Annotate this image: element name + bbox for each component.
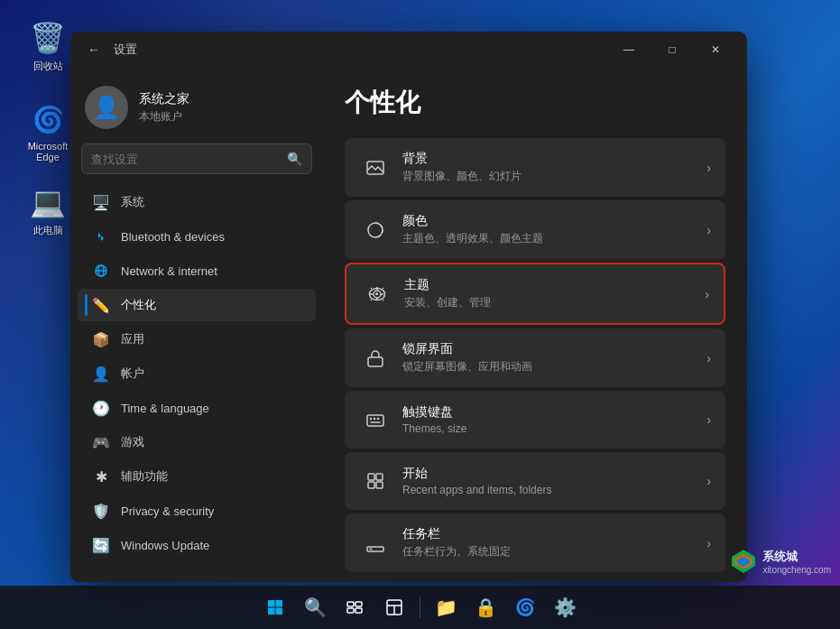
background-text: 背景 背景图像、颜色、幻灯片 xyxy=(402,151,706,184)
sidebar-item-time-label: Time & language xyxy=(121,402,209,415)
lockscreen-sub: 锁定屏幕图像、应用和动画 xyxy=(402,359,706,375)
svg-rect-25 xyxy=(347,602,354,606)
taskbar: 🔍 📁 🔒 🌀 ⚙️ xyxy=(0,586,840,629)
svg-rect-13 xyxy=(376,474,383,480)
sidebar-item-bluetooth-label: Bluetooth & devices xyxy=(121,230,225,244)
settings-body: 👤 系统之家 本地账户 🔍 🖥️ 系统 xyxy=(70,68,747,582)
sidebar-item-gaming-label: 游戏 xyxy=(121,434,144,450)
accessibility-icon: ✱ xyxy=(92,467,110,486)
settings-item-taskbar[interactable]: 任务栏 任务栏行为、系统固定 › xyxy=(345,513,725,572)
sidebar-item-system[interactable]: 🖥️ 系统 xyxy=(78,186,316,218)
search-input[interactable] xyxy=(91,153,287,166)
sidebar-item-system-label: 系统 xyxy=(121,194,144,210)
sidebar-item-network[interactable]: Network & internet xyxy=(78,254,316,287)
window-controls: — □ ✕ xyxy=(608,35,736,64)
settings-item-lockscreen[interactable]: 锁屏界面 锁定屏幕图像、应用和动画 › xyxy=(345,328,725,387)
explorer-taskbar-button[interactable]: 📁 xyxy=(428,589,464,625)
sidebar-item-apps-label: 应用 xyxy=(121,331,144,347)
svg-rect-14 xyxy=(368,482,374,488)
search-icon: 🔍 xyxy=(287,152,302,166)
lock-taskbar-button[interactable]: 🔒 xyxy=(467,589,503,625)
settings-item-colors[interactable]: 颜色 主题色、透明效果、颜色主题 › xyxy=(345,200,725,259)
colors-arrow: › xyxy=(706,223,711,237)
watermark: 系统城 xitongcheng.com xyxy=(730,548,831,575)
lockscreen-title: 锁屏界面 xyxy=(402,341,706,357)
settings-item-background[interactable]: 背景 背景图像、颜色、幻灯片 › xyxy=(345,138,725,197)
svg-rect-7 xyxy=(367,415,383,426)
network-icon xyxy=(92,262,110,280)
svg-rect-27 xyxy=(347,608,354,613)
svg-rect-22 xyxy=(276,600,283,607)
sidebar-item-accounts-label: 帐户 xyxy=(121,365,144,382)
apps-icon: 📦 xyxy=(92,330,110,348)
maximize-button[interactable]: □ xyxy=(651,35,693,64)
back-button[interactable]: ← xyxy=(81,37,106,62)
sidebar-item-accounts[interactable]: 👤 帐户 xyxy=(78,357,316,390)
sidebar-item-privacy-label: Privacy & security xyxy=(121,504,214,518)
bluetooth-icon xyxy=(92,227,110,245)
panel-title: 个性化 xyxy=(345,86,725,120)
accounts-icon: 👤 xyxy=(92,365,110,383)
recycle-bin-label: 回收站 xyxy=(33,60,63,73)
sidebar-item-time[interactable]: 🕐 Time & language xyxy=(78,392,316,424)
sidebar-item-apps[interactable]: 📦 应用 xyxy=(78,323,316,356)
settings-taskbar-button[interactable]: ⚙️ xyxy=(547,589,583,625)
search-taskbar-button[interactable]: 🔍 xyxy=(297,589,333,625)
settings-item-touchkeyboard[interactable]: 触摸键盘 Themes, size › xyxy=(345,391,725,449)
time-icon: 🕐 xyxy=(92,399,110,417)
background-sub: 背景图像、颜色、幻灯片 xyxy=(402,169,706,184)
sidebar-item-accessibility[interactable]: ✱ 辅助功能 xyxy=(78,460,316,493)
colors-icon xyxy=(359,214,392,246)
sidebar-item-personalization-label: 个性化 xyxy=(121,297,156,313)
taskview-button[interactable] xyxy=(337,589,373,625)
themes-arrow: › xyxy=(705,287,709,301)
svg-rect-24 xyxy=(276,608,283,615)
start-arrow: › xyxy=(706,474,711,488)
start-sub: Recent apps and items, folders xyxy=(402,484,706,496)
close-button[interactable]: ✕ xyxy=(695,35,736,64)
watermark-text: 系统城 xitongcheng.com xyxy=(762,549,831,575)
minimize-button[interactable]: — xyxy=(608,35,650,64)
edge-taskbar-button[interactable]: 🌀 xyxy=(507,589,543,625)
svg-rect-12 xyxy=(368,474,374,480)
settings-item-start[interactable]: 开始 Recent apps and items, folders › xyxy=(345,452,725,510)
sidebar-item-gaming[interactable]: 🎮 游戏 xyxy=(78,426,316,458)
taskbar-arrow: › xyxy=(706,536,711,550)
themes-icon xyxy=(361,278,393,310)
edge-icon: 🌀 xyxy=(30,101,66,137)
avatar-icon: 👤 xyxy=(93,95,120,120)
themes-text: 主题 安装、创建、管理 xyxy=(404,277,705,310)
background-title: 背景 xyxy=(402,151,706,167)
user-info: 系统之家 本地账户 xyxy=(139,91,189,125)
search-box[interactable]: 🔍 xyxy=(81,143,312,174)
themes-title: 主题 xyxy=(404,277,705,293)
user-profile[interactable]: 👤 系统之家 本地账户 xyxy=(70,75,323,143)
taskbar-icon xyxy=(359,527,392,560)
svg-rect-26 xyxy=(355,602,362,606)
avatar: 👤 xyxy=(85,86,128,129)
edge-label: Microsoft Edge xyxy=(20,141,76,162)
start-text: 开始 Recent apps and items, folders xyxy=(402,466,706,496)
colors-sub: 主题色、透明效果、颜色主题 xyxy=(402,231,706,246)
sidebar-item-bluetooth[interactable]: Bluetooth & devices xyxy=(78,220,316,253)
svg-rect-6 xyxy=(368,357,383,366)
themes-sub: 安装、创建、管理 xyxy=(404,295,705,310)
start-button[interactable] xyxy=(257,589,293,625)
settings-item-themes[interactable]: 主题 安装、创建、管理 › xyxy=(345,263,725,325)
background-icon xyxy=(359,152,392,184)
update-icon: 🔄 xyxy=(92,536,110,554)
personalization-icon: ✏️ xyxy=(92,296,110,314)
user-subtitle: 本地账户 xyxy=(139,109,189,125)
sidebar-item-update[interactable]: 🔄 Windows Update xyxy=(78,529,316,561)
user-name: 系统之家 xyxy=(139,91,189,107)
sidebar-item-personalization[interactable]: ✏️ 个性化 xyxy=(78,289,316,321)
sidebar: 👤 系统之家 本地账户 🔍 🖥️ 系统 xyxy=(70,68,323,582)
background-arrow: › xyxy=(706,161,711,175)
sidebar-item-accessibility-label: 辅助功能 xyxy=(121,468,168,485)
svg-rect-15 xyxy=(376,482,383,488)
sidebar-item-privacy[interactable]: 🛡️ Privacy & security xyxy=(78,495,316,527)
sidebar-item-network-label: Network & internet xyxy=(121,264,217,278)
lockscreen-text: 锁屏界面 锁定屏幕图像、应用和动画 xyxy=(402,341,706,375)
widgets-button[interactable] xyxy=(376,589,412,625)
thispc-icon: 💻 xyxy=(30,184,66,220)
